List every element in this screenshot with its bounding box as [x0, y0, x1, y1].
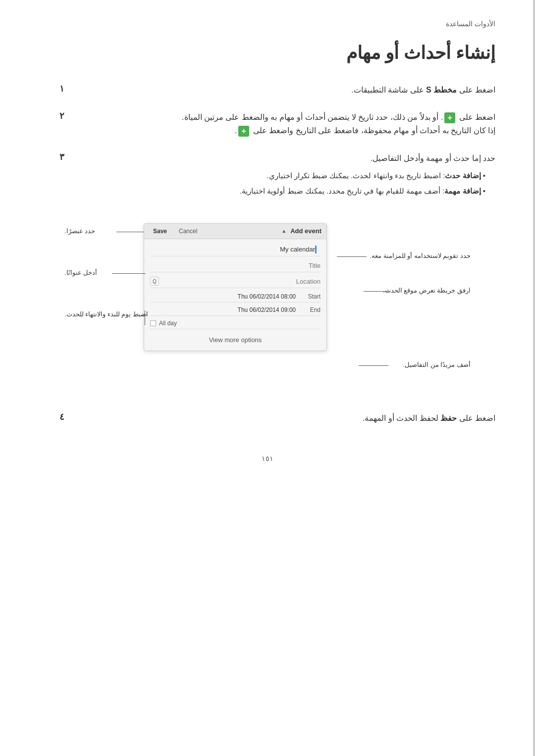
page-number: ١٥١	[40, 454, 495, 462]
ann-select-element: حدد عنصرًا.	[64, 227, 95, 235]
steps-container: اضغط على مخطط S على شاشة التطبيقات. ١ اض…	[40, 83, 495, 200]
page-title: إنشاء أحداث أو مهام	[40, 43, 495, 63]
dialog-title-arrow: ▲	[281, 228, 286, 234]
ann-line-dates-v	[145, 310, 145, 325]
dialog-body: My calendar Q Start Thu 06/02/2014 08:00	[144, 239, 326, 351]
step-3-text: حدد إما حدث أو مهمة وأدخل التفاصيل. • إض…	[64, 151, 495, 200]
ann-line-dates	[141, 315, 147, 315]
calendar-name: My calendar	[280, 246, 315, 253]
start-value: Thu 06/02/2014 08:00	[238, 293, 296, 300]
ann-set-dates: اضبط يوم للبدء والانتهاء للحدث.	[64, 310, 148, 318]
step-2: اضغط على +. أو بدلاً من ذلك، حدد تاريخ ل…	[40, 110, 495, 137]
calendar-selector[interactable]: My calendar	[150, 243, 321, 256]
ann-attach-map: ارفق خريطة تعرض موقع الحدث.	[383, 287, 471, 294]
dialog-title-area: Add event ▲	[205, 227, 321, 235]
ann-line-calendar	[337, 256, 367, 257]
step-2-text: اضغط على +. أو بدلاً من ذلك، حدد تاريخ ل…	[64, 110, 495, 137]
step-1-text: اضغط على مخطط S على شاشة التطبيقات.	[64, 83, 495, 97]
allday-checkbox[interactable]	[150, 320, 156, 326]
plus-icon-1: +	[444, 112, 455, 123]
end-datetime-row: End Thu 06/02/2014 09:00	[150, 304, 321, 316]
allday-row: All day	[150, 318, 321, 329]
end-value: Thu 06/02/2014 09:00	[238, 306, 296, 313]
dialog-header: Add event ▲ Cancel Save	[144, 224, 326, 239]
bullet-2-bold: إضافة مهمة	[444, 187, 481, 195]
bullet-1: • إضافة حدث: اضبط تاريخ بدء وانتهاء لحدث…	[64, 169, 485, 182]
title-input[interactable]	[150, 259, 321, 272]
dialog-save-button[interactable]: Save	[149, 227, 171, 236]
step-1-bold: مخطط S	[426, 86, 457, 94]
step-3-number: ٣	[45, 151, 64, 162]
ann-line-details	[359, 365, 388, 366]
title-field-row	[150, 259, 321, 272]
top-label: الأدوات المساعدة	[40, 20, 495, 28]
location-map-icon[interactable]: Q	[150, 277, 159, 286]
plus-icon-2: +	[238, 126, 249, 137]
step-3: حدد إما حدث أو مهمة وأدخل التفاصيل. • إض…	[40, 151, 495, 200]
ann-enter-title: أدخل عنوانًا.	[64, 269, 97, 276]
dialog-title-text: Add event	[290, 227, 321, 235]
end-label: End	[301, 306, 321, 313]
step-4-text: اضغط على حفظ لحفظ الحدث أو المهمة.	[64, 411, 495, 425]
bullet-2: • إضافة مهمة: أضف مهمة للقيام بها في تار…	[64, 184, 485, 198]
page-border	[533, 0, 535, 756]
ann-line-map	[364, 291, 389, 292]
dialog-box: Add event ▲ Cancel Save My calendar	[144, 223, 327, 351]
ann-set-calendar: حدد تقويم لاستخدامه أو للمزامنة معه.	[370, 252, 471, 259]
bullet-1-bold: إضافة حدث	[445, 171, 481, 180]
ann-line-select	[116, 232, 145, 232]
location-field-row: Q	[150, 275, 321, 288]
ann-line-title	[112, 273, 146, 274]
bullet-list: • إضافة حدث: اضبط تاريخ بدء وانتهاء لحدث…	[64, 169, 495, 198]
start-label: Start	[301, 293, 321, 300]
step-4-bold: حفظ	[440, 414, 457, 422]
allday-label: All day	[159, 320, 177, 327]
step-4: اضغط على حفظ لحفظ الحدث أو المهمة. ٤	[40, 411, 495, 425]
step-2-number: ٢	[45, 110, 64, 121]
step-1: اضغط على مخطط S على شاشة التطبيقات. ١	[40, 83, 495, 97]
dialog-cancel-button[interactable]: Cancel	[176, 227, 200, 236]
view-more-button[interactable]: View more options	[150, 333, 321, 347]
start-datetime-row: Start Thu 06/02/2014 08:00	[150, 291, 321, 302]
calendar-illustration: حدد عنصرًا. Add event ▲ Cancel Save My c…	[64, 213, 471, 402]
ann-more-details: أضف مزيدًا من التفاصيل.	[403, 361, 471, 368]
step-1-number: ١	[45, 83, 64, 94]
step-4-number: ٤	[45, 411, 64, 422]
calendar-color-bar	[315, 246, 317, 253]
location-input[interactable]	[159, 275, 321, 288]
